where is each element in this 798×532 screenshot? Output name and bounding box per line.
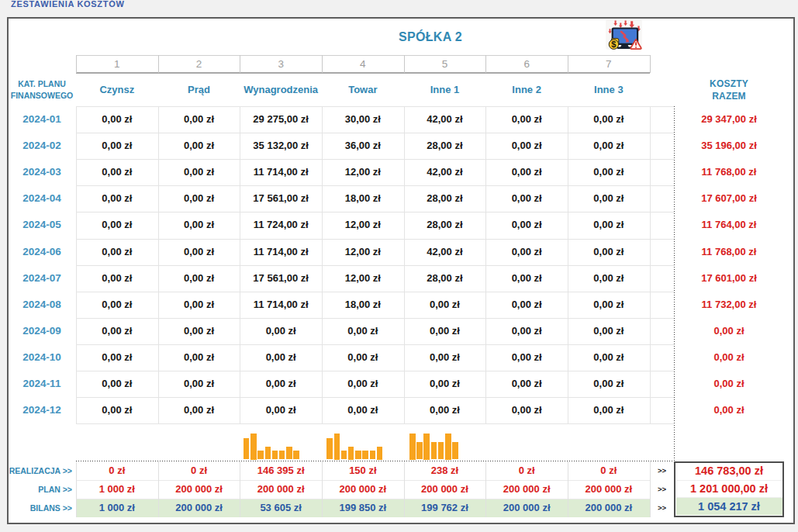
svg-text:$: $ [611, 40, 616, 49]
